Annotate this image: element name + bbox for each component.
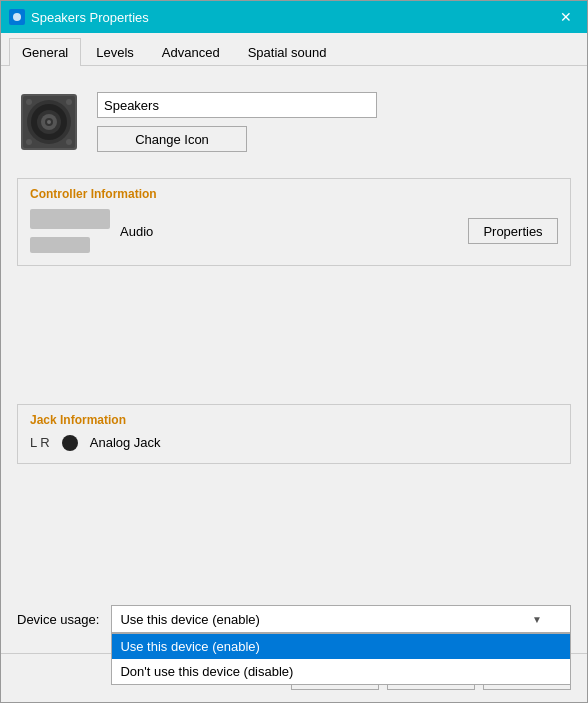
content-area: Change Icon Controller Information Audio… bbox=[1, 66, 587, 649]
jack-section-label: Jack Information bbox=[30, 413, 558, 427]
dropdown-item-enable[interactable]: Use this device (enable) bbox=[112, 634, 570, 659]
device-usage-row: Device usage: Use this device (enable) ▼… bbox=[17, 597, 571, 633]
window-title: Speakers Properties bbox=[31, 10, 149, 25]
title-bar-left: Speakers Properties bbox=[9, 9, 149, 25]
controller-blocks bbox=[30, 209, 110, 253]
jack-channel-label: L R bbox=[30, 435, 50, 450]
controller-left: Audio bbox=[30, 209, 153, 253]
device-name-input[interactable] bbox=[97, 92, 377, 118]
controller-block-2 bbox=[30, 237, 90, 253]
jack-type-label: Analog Jack bbox=[90, 435, 161, 450]
svg-point-13 bbox=[66, 139, 72, 145]
svg-point-10 bbox=[26, 99, 32, 105]
dropdown-current-value: Use this device (enable) bbox=[120, 612, 259, 627]
controller-section-label: Controller Information bbox=[30, 187, 558, 201]
svg-point-11 bbox=[66, 99, 72, 105]
tab-bar: General Levels Advanced Spatial sound bbox=[1, 33, 587, 66]
device-usage-dropdown-wrapper: Use this device (enable) ▼ Use this devi… bbox=[111, 605, 571, 633]
device-usage-menu: Use this device (enable) Don't use this … bbox=[111, 633, 571, 685]
jack-row: L R Analog Jack bbox=[30, 435, 558, 451]
controller-row: Audio Properties bbox=[30, 209, 558, 253]
dropdown-item-disable[interactable]: Don't use this device (disable) bbox=[112, 659, 570, 684]
app-icon bbox=[9, 9, 25, 25]
audio-label: Audio bbox=[120, 224, 153, 239]
jack-info-section: Jack Information L R Analog Jack bbox=[17, 404, 571, 464]
tab-advanced[interactable]: Advanced bbox=[149, 38, 233, 66]
title-bar: Speakers Properties ✕ bbox=[1, 1, 587, 33]
icon-section: Change Icon bbox=[17, 82, 571, 162]
properties-button[interactable]: Properties bbox=[468, 218, 558, 244]
close-button[interactable]: ✕ bbox=[553, 7, 579, 27]
controller-block-1 bbox=[30, 209, 110, 229]
svg-point-12 bbox=[26, 139, 32, 145]
tab-levels[interactable]: Levels bbox=[83, 38, 147, 66]
svg-point-9 bbox=[47, 120, 51, 124]
icon-controls: Change Icon bbox=[97, 92, 377, 152]
change-icon-button[interactable]: Change Icon bbox=[97, 126, 247, 152]
speaker-icon bbox=[17, 90, 81, 154]
jack-dot bbox=[62, 435, 78, 451]
chevron-down-icon: ▼ bbox=[532, 614, 542, 625]
device-usage-label: Device usage: bbox=[17, 612, 99, 627]
tab-general[interactable]: General bbox=[9, 38, 81, 66]
speakers-properties-window: Speakers Properties ✕ General Levels Adv… bbox=[0, 0, 588, 703]
controller-info-section: Controller Information Audio Properties bbox=[17, 178, 571, 266]
tab-spatial-sound[interactable]: Spatial sound bbox=[235, 38, 340, 66]
svg-point-1 bbox=[13, 13, 21, 21]
device-usage-dropdown[interactable]: Use this device (enable) ▼ bbox=[111, 605, 571, 633]
